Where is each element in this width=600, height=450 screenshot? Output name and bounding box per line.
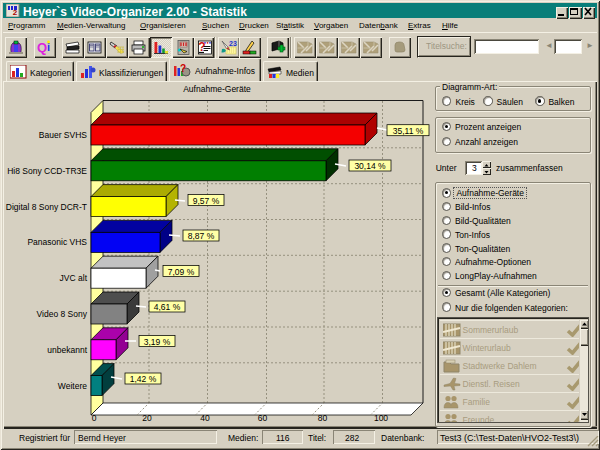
svg-text:80: 80 [318, 413, 328, 423]
svg-text:?: ? [180, 63, 186, 74]
svg-text:8,87 %: 8,87 % [188, 231, 215, 241]
svg-text:3,19 %: 3,19 % [144, 337, 171, 347]
svg-text:Digital 8 Sony DCR-T: Digital 8 Sony DCR-T [6, 202, 87, 212]
svg-text:Video 8 Sony: Video 8 Sony [37, 309, 88, 319]
svg-text:35,11 %: 35,11 % [393, 126, 424, 136]
svg-text:7,09 %: 7,09 % [168, 267, 195, 277]
svg-text:40: 40 [200, 413, 210, 423]
svg-text:9,57 %: 9,57 % [193, 196, 220, 206]
svg-text:30,14 %: 30,14 % [354, 161, 386, 171]
svg-text:JVC alt: JVC alt [60, 273, 88, 283]
svg-text:Bauer SVHS: Bauer SVHS [39, 130, 88, 140]
svg-text:100: 100 [374, 413, 388, 423]
svg-text:4,61 %: 4,61 % [154, 302, 181, 312]
svg-text:Panasonic VHS: Panasonic VHS [27, 237, 87, 247]
svg-text:Aufnahme-Geräte: Aufnahme-Geräte [183, 84, 251, 94]
svg-text:Hi8 Sony CCD-TR3E: Hi8 Sony CCD-TR3E [7, 166, 87, 176]
svg-text:0: 0 [92, 413, 97, 423]
svg-text:unbekannt: unbekannt [47, 345, 87, 355]
svg-text:60: 60 [258, 413, 268, 423]
svg-text:Weitere: Weitere [58, 381, 87, 391]
svg-text:20: 20 [142, 413, 152, 423]
svg-text:1,42 %: 1,42 % [130, 374, 157, 384]
